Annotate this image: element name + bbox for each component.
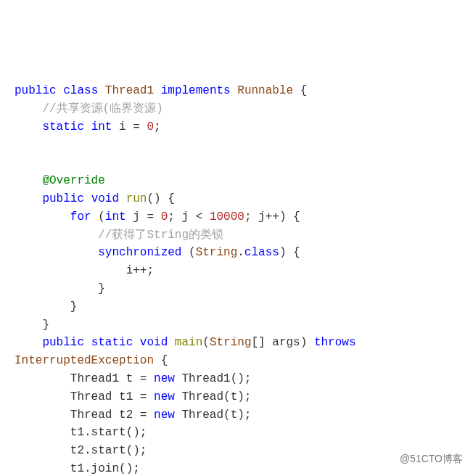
- class-string: String: [210, 336, 252, 349]
- code-block: public class Thread1 implements Runnable…: [15, 82, 458, 476]
- keyword-public: public: [42, 336, 84, 349]
- interface-name: Runnable: [237, 84, 293, 97]
- brace: }: [70, 300, 78, 313]
- field-i: i =: [112, 120, 147, 134]
- array-brackets: []: [251, 336, 265, 349]
- keyword-new: new: [154, 409, 175, 422]
- class-string: String: [196, 246, 238, 259]
- stmt-t2-new: Thread t2 =: [70, 409, 154, 422]
- comment-shared-resource: //共享资源(临界资源): [42, 102, 163, 115]
- keyword-class: class: [63, 84, 98, 97]
- keyword-public: public: [42, 192, 84, 205]
- brace: }: [42, 319, 49, 332]
- keyword-static: static: [91, 336, 133, 349]
- stmt-t1-ctor: Thread(t);: [175, 390, 252, 403]
- keyword-new: new: [154, 390, 175, 403]
- comment-string-lock: //获得了String的类锁: [98, 229, 223, 242]
- stmt-t1-start: t1.start();: [70, 426, 147, 439]
- keyword-for: for: [70, 210, 91, 223]
- keyword-void: void: [140, 336, 168, 349]
- literal-10000: 10000: [210, 210, 244, 223]
- stmt-t2-start: t2.start();: [70, 444, 147, 457]
- literal-zero: 0: [147, 120, 154, 134]
- brace: }: [98, 282, 105, 295]
- keyword-int: int: [105, 210, 126, 223]
- watermark-text: @51CTO博客: [400, 451, 463, 467]
- stmt-thread1-new: Thread1 t =: [70, 372, 154, 385]
- method-main: main: [175, 336, 202, 349]
- increment-stmt: i++;: [126, 264, 154, 277]
- keyword-new: new: [154, 372, 175, 385]
- stmt-thread1-ctor: Thread1();: [175, 372, 252, 385]
- annotation-override: @Override: [42, 174, 104, 187]
- for-end: ; j++) {: [244, 210, 300, 223]
- keyword-public: public: [15, 84, 57, 97]
- keyword-void: void: [91, 192, 119, 205]
- for-open: (: [91, 210, 105, 223]
- keyword-static: static: [42, 120, 84, 134]
- keyword-throws: throws: [307, 336, 355, 349]
- keyword-class: class: [244, 246, 279, 259]
- stmt-t1-new: Thread t1 =: [70, 390, 154, 403]
- semicolon: ;: [154, 120, 161, 134]
- keyword-int: int: [91, 120, 112, 134]
- literal-zero: 0: [161, 210, 168, 223]
- dot: .: [237, 246, 244, 259]
- method-run: run: [126, 192, 147, 205]
- stmt-t2-ctor: Thread(t);: [175, 409, 252, 422]
- class-name: Thread1: [105, 84, 154, 97]
- paren-open: (: [202, 336, 210, 349]
- sync-open: (: [181, 246, 195, 259]
- sync-close: ) {: [279, 246, 300, 259]
- keyword-implements: implements: [161, 84, 231, 97]
- for-j: j =: [126, 210, 161, 223]
- parens: () {: [147, 192, 174, 205]
- class-interrupted-exception: InterruptedException: [15, 354, 154, 367]
- brace: {: [293, 84, 307, 97]
- for-mid: ; j <: [168, 210, 210, 223]
- keyword-synchronized: synchronized: [98, 246, 181, 259]
- param-args: args): [266, 336, 308, 349]
- stmt-t1-join: t1.join();: [70, 462, 140, 475]
- brace: {: [154, 354, 168, 367]
